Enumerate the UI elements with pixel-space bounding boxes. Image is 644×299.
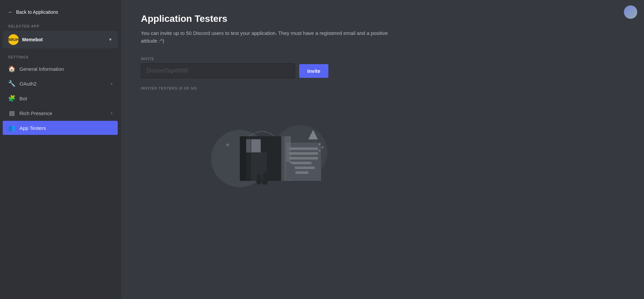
svg-point-16	[322, 146, 324, 148]
selected-app-label: SELECTED APP	[0, 24, 120, 31]
svg-point-24	[262, 180, 266, 184]
page-description: You can invite up to 50 Discord users to…	[141, 30, 402, 45]
top-bar	[624, 5, 637, 19]
svg-rect-9	[289, 152, 318, 155]
back-to-applications-label: Back to Applications	[16, 9, 58, 15]
sidebar-item-rich-presence[interactable]: ▤ Rich Presence ›	[3, 106, 118, 120]
back-to-applications-link[interactable]: ← Back to Applications	[0, 0, 120, 24]
svg-point-17	[319, 150, 321, 152]
sidebar-item-oauth2[interactable]: 🔧 OAuth2 ›	[3, 77, 118, 91]
settings-label: SETTINGS	[0, 55, 120, 62]
puzzle-icon: 🧩	[8, 95, 15, 102]
sidebar-item-bot[interactable]: 🧩 Bot	[3, 91, 118, 105]
svg-rect-6	[251, 140, 261, 152]
nav-label-bot: Bot	[19, 96, 27, 101]
invite-button[interactable]: Invite	[299, 64, 328, 78]
back-arrow-icon: ←	[8, 9, 13, 15]
app-icon: BRUH	[8, 34, 19, 45]
app-icon-text: BRUH	[8, 38, 19, 42]
app-selector[interactable]: BRUH Memebot ▼	[3, 31, 118, 48]
svg-rect-11	[289, 162, 312, 164]
app-name: Memebot	[22, 37, 105, 42]
svg-point-15	[319, 143, 321, 145]
wrench-icon: 🔧	[8, 80, 15, 87]
page-title: Application Testers	[141, 13, 402, 24]
svg-rect-19	[240, 136, 246, 181]
svg-rect-8	[289, 147, 318, 150]
illustration-wrapper: +	[141, 110, 402, 188]
sidebar-item-app-testers[interactable]: 👥 App Testers	[3, 121, 118, 135]
nav-label-general-information: General Information	[19, 66, 64, 72]
invite-section-label: INVITE	[141, 57, 402, 61]
avatar-image	[624, 5, 637, 19]
user-avatar[interactable]	[624, 5, 637, 19]
rich-presence-icon: ▤	[8, 109, 15, 117]
main-content: Application Testers You can invite up to…	[121, 0, 644, 299]
illustration-svg: +	[208, 110, 335, 188]
svg-point-21	[257, 174, 261, 178]
sidebar-item-general-information[interactable]: 🏠 General Information	[3, 62, 118, 76]
svg-point-23	[263, 172, 267, 177]
illustration: +	[208, 110, 335, 188]
nav-label-rich-presence: Rich Presence	[19, 110, 52, 116]
chevron-right-icon: ›	[111, 81, 112, 86]
invited-testers-label: INVITED TESTERS (0 OF 50)	[141, 86, 402, 90]
sidebar: ← Back to Applications SELECTED APP BRUH…	[0, 0, 121, 299]
nav-label-oauth2: OAuth2	[19, 81, 37, 87]
chevron-right-icon-rich: ›	[111, 111, 112, 115]
content-area: Application Testers You can invite up to…	[121, 0, 423, 201]
svg-rect-10	[289, 157, 318, 160]
invite-input[interactable]	[141, 63, 295, 78]
nav-label-app-testers: App Testers	[19, 125, 46, 131]
chevron-down-icon: ▼	[108, 37, 112, 42]
svg-text:+: +	[225, 141, 229, 149]
home-icon: 🏠	[8, 65, 15, 72]
invite-row: Invite	[141, 63, 402, 78]
people-icon: 👥	[8, 124, 15, 132]
